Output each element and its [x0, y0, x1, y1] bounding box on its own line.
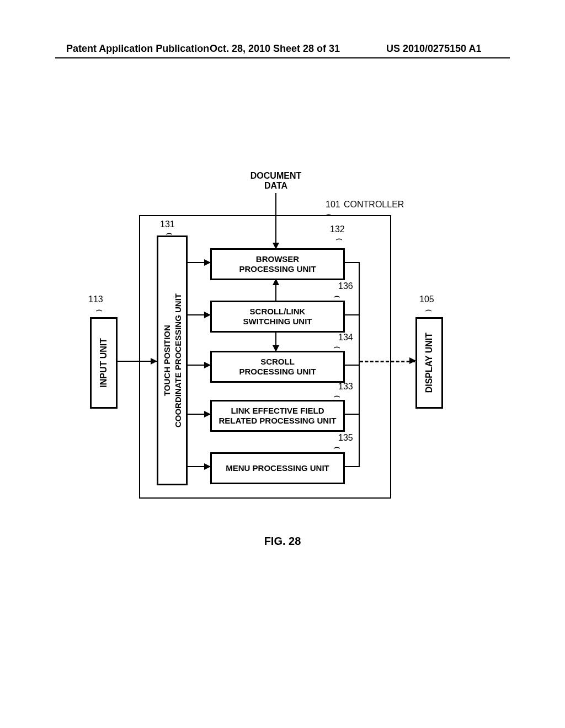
arrowhead-right-icon	[204, 463, 211, 470]
connector	[343, 466, 360, 467]
scroll-link-switching-unit-box: SCROLL/LINK SWITCHING UNIT	[210, 301, 345, 333]
ref-134: 134	[338, 333, 353, 342]
arrowhead-down-icon	[273, 345, 279, 352]
input-unit-label: INPUT UNIT	[98, 338, 109, 388]
leader-curve: ⌢	[325, 208, 332, 221]
touch-position-coord-unit-box: TOUCH POSITION COORDINATE PROCESSING UNI…	[157, 235, 188, 485]
menu-unit-label: MENU PROCESSING UNIT	[226, 463, 329, 473]
ref-136: 136	[338, 281, 353, 291]
leader-curve: ⌢	[333, 441, 340, 453]
connector	[343, 365, 360, 366]
input-unit-box: INPUT UNIT	[90, 317, 118, 409]
leader-curve: ⌢	[95, 303, 103, 316]
scrolllink-unit-label: SCROLL/LINK SWITCHING UNIT	[243, 307, 312, 326]
leader-curve: ⌢	[333, 389, 340, 402]
label-controller: CONTROLLER	[344, 200, 404, 210]
link-unit-label: LINK EFFECTIVE FIELD RELATED PROCESSING …	[218, 406, 336, 426]
tpc-unit-label: TOUCH POSITION COORDINATE PROCESSING UNI…	[162, 293, 183, 427]
link-effective-field-unit-box: LINK EFFECTIVE FIELD RELATED PROCESSING …	[210, 400, 345, 432]
display-unit-box: DISPLAY UNIT	[415, 317, 443, 409]
connector	[343, 314, 360, 315]
connector-dashed	[360, 361, 415, 362]
ref-133: 133	[338, 382, 353, 392]
label-document-data: DOCUMENT DATA	[232, 171, 320, 191]
arrowhead-right-icon	[151, 358, 157, 365]
arrowhead-right-icon	[204, 411, 211, 417]
leader-curve: ⌢	[335, 232, 343, 245]
menu-processing-unit-box: MENU PROCESSING UNIT	[210, 452, 345, 484]
scroll-unit-label: SCROLL PROCESSING UNIT	[239, 357, 316, 377]
arrowhead-right-icon	[409, 357, 416, 364]
block-diagram: DOCUMENT DATA 101 CONTROLLER ⌢ INPUT UNI…	[0, 0, 565, 728]
arrowhead-right-icon	[204, 259, 211, 266]
leader-curve: ⌢	[333, 290, 340, 302]
connector	[343, 262, 360, 263]
leader-curve: ⌢	[425, 303, 432, 316]
arrowhead-right-icon	[204, 312, 211, 318]
ref-135: 135	[338, 433, 353, 443]
figure-caption: FIG. 28	[0, 535, 565, 548]
leader-curve: ⌢	[333, 340, 340, 353]
arrowhead-right-icon	[204, 362, 211, 368]
scroll-processing-unit-box: SCROLL PROCESSING UNIT	[210, 351, 345, 383]
connector	[275, 193, 276, 248]
leader-curve: ⌢	[166, 227, 173, 239]
arrowhead-up-icon	[273, 279, 279, 285]
browser-unit-label: BROWSER PROCESSING UNIT	[239, 254, 316, 274]
connector	[343, 414, 360, 415]
display-unit-label: DISPLAY UNIT	[424, 333, 434, 393]
browser-processing-unit-box: BROWSER PROCESSING UNIT	[210, 248, 345, 280]
